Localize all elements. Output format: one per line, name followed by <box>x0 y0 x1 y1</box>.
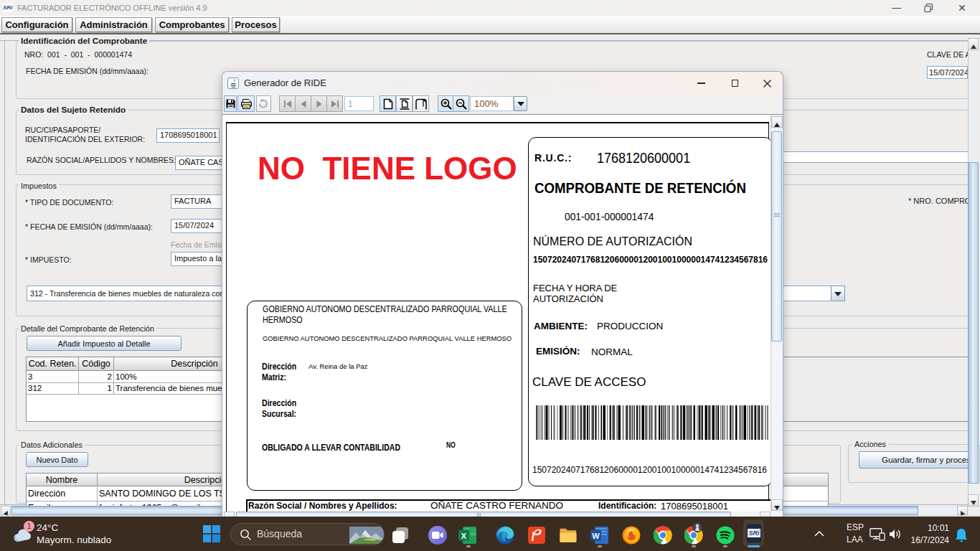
svg-text:W: W <box>592 532 600 540</box>
svg-text:X: X <box>461 532 467 540</box>
